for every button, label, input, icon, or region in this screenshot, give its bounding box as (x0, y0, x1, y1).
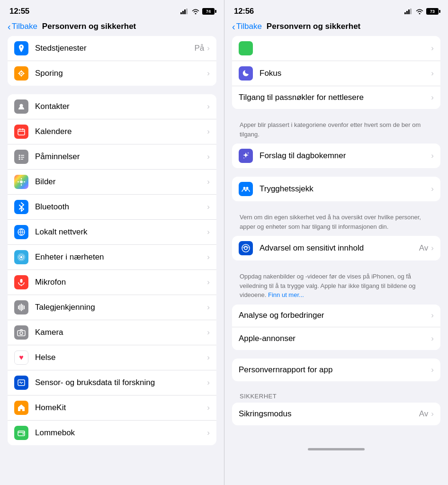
back-chevron-icon-right: ‹ (232, 22, 235, 31)
advarsel-icon (239, 241, 253, 255)
apple-annonser-chevron: › (431, 334, 434, 343)
sikringsmodus-chevron: › (431, 409, 434, 419)
sensor-row[interactable]: Sensor- og bruksdata til forskning › (8, 370, 216, 395)
bottom-spacer (232, 434, 440, 448)
forslag-dagbokemner-chevron: › (431, 151, 434, 161)
bilder-row[interactable]: Bilder › (8, 170, 216, 195)
enheter-chevron: › (207, 252, 210, 262)
fokus-row[interactable]: Fokus › (232, 61, 440, 86)
svg-point-52 (243, 187, 246, 189)
finn-ut-mer-link[interactable]: Finn ut mer... (268, 291, 304, 298)
sparkle-icon (242, 152, 250, 160)
svg-point-55 (244, 247, 247, 250)
left-page-title: Personvern og sikkerhet (42, 22, 136, 31)
enheter-row[interactable]: Enheter i nærheten › (8, 245, 216, 270)
calendar-icon (17, 127, 26, 136)
homekit-label: HomeKit (35, 403, 207, 413)
left-group-2: Kontakter › Kalendere › (8, 94, 216, 445)
home-indicator (308, 448, 365, 450)
svg-rect-34 (19, 305, 20, 310)
apple-annonser-label: Apple-annonser (239, 334, 431, 343)
paminnelser-row[interactable]: Påminnelser › (8, 144, 216, 170)
signal-icon (180, 9, 189, 14)
right-panel: 12:56 73 ‹ Tilbake Personvern og sikkerh… (224, 0, 448, 485)
moon-icon (242, 69, 250, 78)
paminnelser-chevron: › (207, 152, 210, 162)
svg-rect-1 (182, 11, 184, 14)
microphone-icon (17, 278, 26, 287)
bluetooth-icon (14, 200, 28, 214)
talegjenkjenning-chevron: › (207, 303, 210, 312)
analyse-forbedringer-chevron: › (431, 311, 434, 320)
right-group-6: Personvernrapport for app › (232, 359, 440, 381)
kalendere-label: Kalendere (35, 127, 207, 136)
stedstjenester-row[interactable]: Stedstjenester På › (8, 36, 216, 61)
apple-annonser-row[interactable]: Apple-annonser › (232, 327, 440, 350)
trygghetssjekk-icon (239, 182, 253, 196)
sensor-chevron: › (207, 378, 210, 387)
trygghetssjekk-label: Trygghetssjekk (260, 184, 431, 194)
sporing-chevron: › (207, 69, 210, 78)
kontakter-icon (14, 99, 28, 114)
helse-row[interactable]: ♥ Helse › (8, 345, 216, 370)
talegjenkjenning-row[interactable]: Talegjenkjenning › (8, 295, 216, 320)
lokalt-nettverk-row[interactable]: Lokalt nettverk › (8, 220, 216, 245)
fokus-icon (239, 66, 253, 81)
right-back-button[interactable]: ‹ Tilbake (232, 22, 262, 31)
kamera-row[interactable]: Kamera › (8, 320, 216, 345)
home-icon (17, 404, 26, 412)
trygghetssjekk-row[interactable]: Trygghetssjekk › (232, 177, 440, 201)
kontakter-label: Kontakter (35, 102, 207, 111)
lokalt-nettverk-icon (14, 225, 28, 239)
stedstjenester-chevron: › (207, 44, 210, 53)
bluetooth-row[interactable]: Bluetooth › (8, 195, 216, 220)
svg-point-16 (19, 157, 20, 158)
left-back-button[interactable]: ‹ Tilbake (8, 22, 37, 31)
kamera-chevron: › (207, 328, 210, 337)
personvernrapport-row[interactable]: Personvernrapport for app › (232, 359, 440, 381)
homekit-icon (14, 401, 28, 415)
kontakter-row[interactable]: Kontakter › (8, 94, 216, 119)
mikrofon-row[interactable]: Mikrofon › (8, 270, 216, 295)
battery-icon-right: 73 (426, 8, 439, 15)
kalendere-row[interactable]: Kalendere › (8, 119, 216, 144)
svg-line-43 (21, 382, 22, 384)
homekit-row[interactable]: HomeKit › (8, 395, 216, 421)
left-group-1: Stedstjenester På › Sporing › (8, 36, 216, 86)
homekit-chevron: › (207, 403, 210, 413)
sikkerhet-section-label: SIKKERHET (232, 390, 440, 403)
health-heart-icon: ♥ (19, 353, 24, 362)
bilder-chevron: › (207, 177, 210, 187)
stedstjenester-label: Stedstjenester (35, 44, 195, 53)
sikringsmodus-row[interactable]: Sikringsmodus Av › (232, 403, 440, 425)
enheter-icon (14, 250, 28, 264)
tilgang-passnoekler-row[interactable]: Tilgang til passnøkler for nettlesere › (232, 86, 440, 109)
svg-rect-2 (184, 9, 186, 14)
sensor-icon (14, 376, 28, 390)
svg-point-53 (246, 187, 249, 189)
mikrofon-icon (14, 275, 28, 289)
svg-rect-37 (24, 305, 25, 309)
partial-top-row[interactable]: › (232, 36, 440, 61)
svg-rect-35 (21, 304, 22, 311)
analyse-forbedringer-row[interactable]: Analyse og forbedringer › (232, 305, 440, 327)
left-status-icons: 74 (180, 8, 215, 15)
lokalt-nettverk-chevron: › (207, 227, 210, 237)
forslag-dagbokemner-row[interactable]: Forslag til dagbokemner › (232, 144, 440, 168)
svg-rect-38 (18, 331, 25, 336)
personvernrapport-chevron: › (431, 365, 434, 375)
reminders-icon (17, 153, 26, 161)
right-group-partial: › Fokus › Tilgang til passnøkler for net… (232, 36, 440, 109)
advarsel-sensitivt-row[interactable]: Advarsel om sensitivt innhold Av › (232, 236, 440, 260)
partial-icon (239, 41, 253, 55)
local-network-icon (17, 228, 26, 236)
sporing-row[interactable]: Sporing › (8, 61, 216, 86)
svg-rect-31 (20, 279, 23, 283)
svg-point-5 (21, 73, 22, 74)
lommebok-row[interactable]: Lommebok › (8, 421, 216, 445)
svg-line-44 (22, 382, 23, 383)
svg-rect-51 (242, 45, 249, 52)
paminnelser-icon (14, 150, 28, 164)
kontakter-chevron: › (207, 102, 210, 111)
right-desc-4: Oppdag nakenbilder og -videoer før de vi… (232, 269, 440, 305)
